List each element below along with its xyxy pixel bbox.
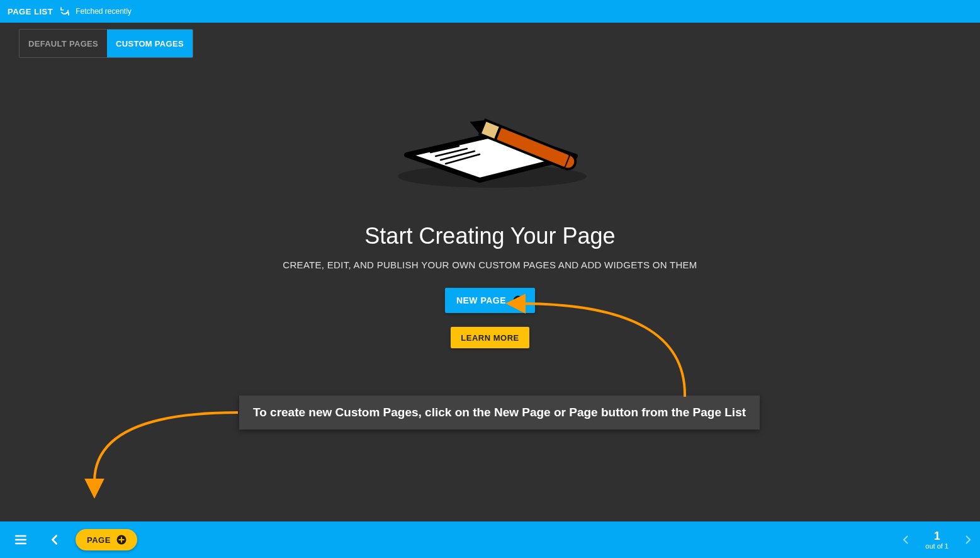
empty-state: Start Creating Your Page CREATE, EDIT, A…	[0, 94, 980, 348]
empty-headline: Start Creating Your Page	[364, 223, 615, 249]
annotation-banner: To create new Custom Pages, click on the…	[239, 396, 760, 430]
page-tabs: DEFAULT PAGES CUSTOM PAGES	[19, 29, 193, 58]
page-title: PAGE LIST	[8, 7, 53, 16]
page-indicator: 1 out of 1	[925, 530, 949, 550]
current-page: 1	[934, 530, 940, 542]
learn-more-button[interactable]: LEARN MORE	[451, 327, 529, 348]
bottom-bar: PAGE 1 out of 1	[0, 521, 980, 558]
pencil-paper-icon	[386, 94, 594, 198]
next-page-icon[interactable]	[965, 535, 971, 544]
back-icon[interactable]	[43, 528, 67, 552]
top-bar: PAGE LIST Fetched recently	[0, 0, 980, 23]
prev-page-icon[interactable]	[903, 535, 909, 544]
new-page-button[interactable]: NEW PAGE	[445, 288, 535, 313]
page-button-label: PAGE	[87, 535, 111, 545]
refresh-icon[interactable]	[59, 6, 70, 17]
page-total: out of 1	[925, 543, 949, 550]
menu-icon[interactable]	[9, 528, 33, 552]
pager: 1 out of 1	[903, 530, 971, 550]
tab-custom-pages[interactable]: CUSTOM PAGES	[107, 30, 193, 57]
learn-more-label: LEARN MORE	[461, 333, 519, 343]
empty-subline: CREATE, EDIT, AND PUBLISH YOUR OWN CUSTO…	[283, 259, 697, 270]
page-button[interactable]: PAGE	[76, 529, 137, 550]
fetch-status: Fetched recently	[76, 7, 132, 16]
plus-circle-icon	[116, 534, 127, 545]
new-page-label: NEW PAGE	[456, 295, 506, 305]
tab-default-pages[interactable]: DEFAULT PAGES	[20, 30, 107, 57]
plus-circle-icon	[512, 295, 524, 306]
